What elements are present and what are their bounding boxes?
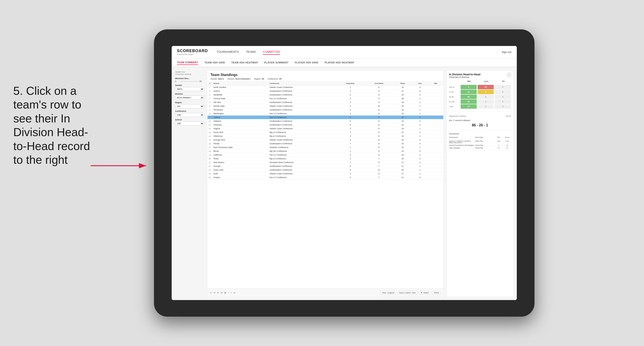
table-row[interactable]: 11 Arkansas Southeastern Conference 6 8 … bbox=[208, 123, 443, 127]
h2h-title: In Division Head-to-Head bbox=[449, 73, 480, 76]
tablet-screen: SCOREBOARD Powered by clippd TOURNAMENTS… bbox=[172, 46, 517, 300]
min-rounds-min-val: 4 bbox=[175, 80, 180, 82]
table-row[interactable]: 12 Virginia Atlantic Coast Conference 3 … bbox=[208, 127, 443, 131]
region-filter: Region N/A bbox=[175, 101, 204, 108]
table-row[interactable]: 21 New Mexico Mountain West Conference 1… bbox=[208, 161, 443, 164]
nav-links: TOURNAMENTS TEAMS COMMITTEE bbox=[217, 49, 498, 55]
table-row[interactable]: 2 Auburn Southeastern Conference 1 9 27 … bbox=[208, 89, 443, 93]
table-row[interactable]: 17 East Tennessee State Southern Confere… bbox=[208, 146, 443, 149]
tournament-rows: Jackson T. Stephens Cup Men's Match-Play… bbox=[449, 140, 511, 149]
bottom-toolbar: ↩ ↺ ↻ ⊡ ⊞ − + ◷ View: Original Save bbox=[208, 289, 443, 297]
toolbar-refresh[interactable]: ↺ bbox=[214, 292, 216, 294]
table-row[interactable]: 4 Arizona State Pac-12 Conference 4 9 26… bbox=[208, 97, 443, 101]
min-rounds-slider[interactable] bbox=[180, 81, 199, 82]
standings-title: Team Standings bbox=[210, 73, 440, 77]
table-row[interactable]: 18 Illinois Big Ten Conference 1 9 23 3 bbox=[208, 149, 443, 153]
subnav-team-h2h-grid[interactable]: TEAM H2H GRID bbox=[204, 60, 225, 65]
school-select[interactable]: (All) bbox=[175, 122, 204, 126]
table-row[interactable]: 19 California Pac-12 Conference 4 8 24 2 bbox=[208, 153, 443, 157]
h2h-opponents: Opponents in division: 99.1% bbox=[449, 115, 511, 117]
gender-select[interactable]: Men's bbox=[175, 87, 204, 91]
annotation-arrow bbox=[86, 155, 153, 177]
table-row[interactable]: 13 Texas Tech Big 12 Conference 1 9 27 2 bbox=[208, 131, 443, 134]
table-row[interactable]: 22 Georgia Southeastern Conference 8 7 2… bbox=[208, 164, 443, 168]
view-original-btn[interactable]: View: Original bbox=[380, 291, 396, 295]
region-label: Region bbox=[175, 101, 204, 104]
nav-tournaments[interactable]: TOURNAMENTS bbox=[217, 49, 239, 55]
sub-nav: TEAM SUMMARY TEAM H2H GRID TEAM H2H HEAT… bbox=[172, 58, 517, 67]
table-row[interactable]: 16 Florida Southeastern Conference 7 9 2… bbox=[208, 142, 443, 146]
h2h-panel: In Division Head-to-Head University of A… bbox=[447, 71, 513, 297]
logo-subtitle: Powered by clippd bbox=[177, 53, 208, 55]
table-row[interactable]: 15 Georgia Tech Atlantic Coast Conferenc… bbox=[208, 138, 443, 142]
h2h-record: W-L-T record in-division: bbox=[449, 119, 511, 122]
toolbar-minus[interactable]: − bbox=[228, 292, 229, 294]
nav-teams[interactable]: TEAMS bbox=[246, 49, 256, 55]
table-row[interactable]: 1 North Carolina Atlantic Coast Conferen… bbox=[208, 86, 443, 89]
toolbar-plus[interactable]: + bbox=[231, 292, 232, 294]
table-row[interactable]: 10 Alabama Southeastern Conference 5 8 2… bbox=[208, 119, 443, 123]
toolbar-expand[interactable]: ⊞ bbox=[224, 292, 226, 294]
view-original-label: View: Original bbox=[382, 292, 394, 294]
standings-table: # School Conference Reg Rank Conf Rank R… bbox=[208, 82, 443, 179]
division-filter: Division NCAA Division I bbox=[175, 93, 204, 100]
table-row[interactable]: 20 Texas Big 12 Conference 3 7 20 0 bbox=[208, 157, 443, 161]
annotation-text: 5. Click on a team's row to see their In… bbox=[13, 84, 95, 167]
h2h-tournament-header: Tournament Event Type Pos Score bbox=[449, 137, 511, 138]
table-row[interactable]: 3 Vanderbilt Southeastern Conference 2 8… bbox=[208, 93, 443, 97]
school-filter: School (All) bbox=[175, 119, 204, 126]
save-custom-btn[interactable]: Save Custom View bbox=[397, 291, 417, 295]
toolbar-redo[interactable]: ↻ bbox=[217, 292, 219, 294]
h2h-header: In Division Head-to-Head University of A… bbox=[449, 73, 511, 78]
sign-out-button[interactable]: Sign out bbox=[498, 51, 511, 54]
subnav-player-summary[interactable]: PLAYER SUMMARY bbox=[264, 60, 288, 65]
table-row[interactable]: 8 Washington Pac-12 Conference 2 8 23 1 bbox=[208, 112, 443, 116]
table-row[interactable]: 7 Tennessee Southeastern Conference 4 6 … bbox=[208, 108, 443, 112]
min-rounds-filter: Minimum Rou... 4 20 bbox=[175, 77, 204, 82]
logo-area: SCOREBOARD Powered by clippd bbox=[177, 49, 208, 55]
h2h-opponents-label: Opponents in division: bbox=[449, 115, 466, 117]
main-content: Update time: 27/03/2024 16:56:26 Minimum… bbox=[172, 67, 517, 300]
standings-filters: Gender: Men's Division: NCAA Division I … bbox=[210, 78, 440, 80]
share-btn[interactable]: Share bbox=[432, 291, 440, 295]
table-row[interactable]: 25 Oregon Pac-12 Conference 5 7 21 0 bbox=[208, 176, 443, 179]
table-row[interactable]: 6 Florida State Atlantic Coast Conferenc… bbox=[208, 104, 443, 108]
watch-btn[interactable]: 👁 Watch bbox=[419, 291, 430, 295]
table-row[interactable]: 23 Texas A&M Southeastern Conference 9 1… bbox=[208, 168, 443, 172]
h2h-row: 26-50 25 2 1 bbox=[449, 95, 511, 99]
h2h-record-label: W-L-T record in-division: bbox=[449, 119, 471, 122]
subnav-team-summary[interactable]: TEAM SUMMARY bbox=[177, 60, 198, 65]
tablet-frame: SCOREBOARD Powered by clippd TOURNAMENTS… bbox=[154, 29, 534, 317]
tournament-row: Jackson T. Stephens Cup Men's Match-Play… bbox=[449, 140, 511, 144]
toolbar-grid[interactable]: ⊡ bbox=[221, 292, 222, 294]
subnav-player-h2h-grid[interactable]: PLAYER H2H GRID bbox=[295, 60, 318, 65]
table-row[interactable]: 24 Duke Atlantic Coast Conference 5 9 27… bbox=[208, 172, 443, 176]
table-row[interactable]: 14 Oklahoma Big 12 Conference 3 9 24 2 bbox=[208, 134, 443, 138]
h2h-loss-col-header: Loss bbox=[478, 80, 494, 83]
filter-panel: Update time: 27/03/2024 16:56:26 Minimum… bbox=[175, 71, 204, 297]
save-custom-label: Save Custom View bbox=[399, 292, 416, 294]
standings-table-wrap: # School Conference Reg Rank Conf Rank R… bbox=[208, 82, 443, 289]
school-label: School bbox=[175, 119, 204, 121]
nav-committee[interactable]: COMMITTEE bbox=[263, 49, 280, 55]
h2h-wlt-header: Win Loss Tie bbox=[449, 80, 511, 83]
watch-icon: 👁 bbox=[420, 292, 422, 294]
gender-label: Gender bbox=[175, 84, 204, 86]
h2h-tie-col-header: Tie bbox=[496, 80, 511, 83]
table-row[interactable]: 5 Ole Miss Southeastern Conference 3 6 1… bbox=[208, 101, 443, 104]
region-select[interactable]: N/A bbox=[175, 104, 204, 108]
subnav-player-h2h-heatmap[interactable]: PLAYER H2H HEATMAP bbox=[324, 60, 354, 65]
division-select[interactable]: NCAA Division I bbox=[175, 96, 204, 100]
table-row[interactable]: 9 Arizona Pac-12 Conference 5 8 23 2 bbox=[208, 116, 443, 119]
h2h-record-value: 86 - 26 - 1 bbox=[472, 123, 488, 127]
toolbar-undo[interactable]: ↩ bbox=[210, 292, 212, 294]
conference-filter: Conference (All) bbox=[175, 110, 204, 117]
toolbar-clock[interactable]: ◷ bbox=[234, 292, 236, 294]
h2h-row: 11-25 11 8 0 bbox=[449, 90, 511, 94]
h2h-grid: Top 10 3 13 0 11-25 11 8 0 26-50 25 2 1 … bbox=[449, 85, 511, 109]
subnav-team-h2h-heatmap[interactable]: TEAM H2H HEATMAP bbox=[231, 60, 258, 65]
h2h-win-col-header: Win bbox=[462, 80, 477, 83]
conference-select[interactable]: (All) bbox=[175, 113, 204, 117]
h2h-close-button[interactable]: × bbox=[507, 73, 511, 77]
h2h-row: 51-100 20 3 0 bbox=[449, 99, 511, 104]
